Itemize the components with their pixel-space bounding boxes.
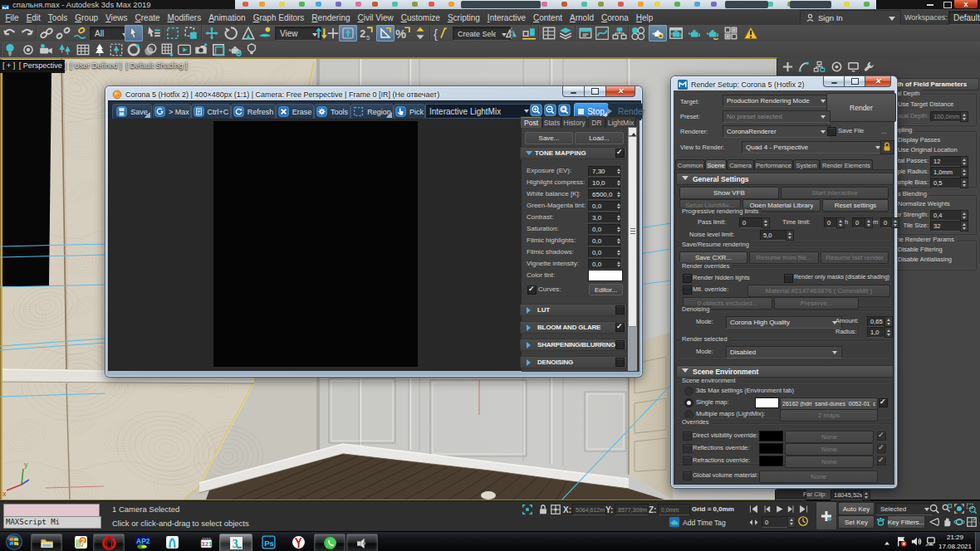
amount-field-spinner[interactable] (884, 316, 893, 327)
refractions-checkbox[interactable] (683, 456, 692, 466)
utilities-tab-icon[interactable] (863, 61, 875, 73)
select-rotate-icon[interactable] (223, 26, 238, 41)
vignette-spinner[interactable] (615, 259, 622, 270)
volume-icon[interactable] (910, 535, 923, 548)
direct-visibility-swatch[interactable] (759, 431, 783, 441)
menu-edit[interactable]: Edit (22, 10, 44, 26)
reflections-checkbox[interactable] (683, 444, 692, 453)
env-map-checkbox[interactable] (879, 398, 888, 407)
menu-scripting[interactable]: Scripting (443, 10, 483, 26)
bloom-glare-section-header[interactable]: BLOOM AND GLARE (520, 321, 627, 334)
start-button[interactable] (5, 533, 23, 551)
reflections-lock-checkbox[interactable] (877, 444, 886, 453)
refractions-lock-checkbox[interactable] (877, 456, 886, 466)
viewport-lock-button[interactable] (880, 140, 894, 154)
camera-add-icon[interactable] (194, 42, 208, 57)
start-interactive-button[interactable]: Start interactive (781, 187, 889, 199)
highlight-compress-spinner[interactable] (615, 178, 622, 188)
spinner-snap-icon[interactable] (413, 26, 428, 41)
time-limit-h-field-spinner[interactable] (836, 217, 845, 228)
snaps-toggle-icon[interactable]: 25 (359, 26, 374, 41)
focal-depth-field-spinner[interactable] (960, 111, 968, 122)
zoom-extents-icon[interactable] (953, 503, 965, 514)
viewport-menu-plus[interactable]: [ + ] (2, 61, 15, 70)
green-magenta-spinner[interactable] (615, 201, 622, 212)
taskbar-clock[interactable]: 21:29 17.08.2021 (937, 533, 973, 551)
menu-interactive[interactable]: Interactive (483, 10, 529, 26)
menu-views[interactable]: Views (102, 10, 132, 26)
create-tab-icon[interactable] (782, 61, 794, 73)
sharpening-checkbox[interactable] (615, 340, 625, 349)
layer-circle-icon[interactable] (143, 42, 158, 57)
render-setup-titlebar[interactable]: Render Setup: Corona 5 (Hotfix 2) (678, 78, 818, 90)
menu-corona[interactable]: Corona (597, 10, 632, 26)
select-move-icon[interactable] (204, 26, 219, 41)
general-settings-rollout[interactable]: General Settings (676, 173, 894, 185)
auto-key-button[interactable]: Auto Key (838, 502, 875, 515)
new-key-button[interactable] (816, 501, 837, 530)
tree-icon[interactable] (92, 42, 107, 57)
taskbar-opera-button[interactable] (93, 534, 125, 551)
global-volume-none-button[interactable]: None (759, 471, 878, 483)
vfb-tab-history[interactable]: History (561, 116, 587, 128)
menu-animation[interactable]: Animation (205, 10, 249, 26)
taskbar-2gis-button[interactable]: 2 (69, 534, 92, 551)
key-mode-button[interactable] (748, 516, 759, 531)
exposure-spinner[interactable] (615, 166, 622, 177)
rect-selection-region-icon[interactable] (165, 26, 180, 41)
show-desktop-button[interactable] (975, 532, 980, 551)
zoom-region-icon[interactable] (966, 503, 978, 514)
vfb-load-preset-button[interactable]: Load... (575, 132, 624, 144)
taskbar-ap2-button[interactable]: AP2 (130, 534, 154, 551)
rendered-frame-window-icon[interactable] (669, 26, 684, 41)
maxscript-listener[interactable]: MAXScript Mi (3, 516, 101, 529)
taskbar-yandex-button[interactable] (287, 534, 310, 551)
reset-settings-button[interactable]: Reset settings (822, 199, 889, 212)
menu-group[interactable]: Group (71, 10, 102, 26)
curves-checkbox[interactable] (527, 285, 537, 295)
select-manipulate-icon[interactable] (257, 26, 272, 41)
selection-set-dropdown[interactable]: Selected (875, 502, 933, 515)
refractions-none-button[interactable]: None (785, 456, 874, 468)
window-crossing-icon[interactable] (184, 26, 198, 41)
fov-icon[interactable] (929, 516, 940, 528)
render-setup-window[interactable]: Render Setup: Corona 5 (Hotfix 2) ✕ Targ… (671, 76, 897, 488)
taskbar-whatsapp-button[interactable] (314, 534, 345, 551)
mtl-override-button[interactable]: Material #2147463876 ( CoronaMtl ) (747, 285, 890, 297)
torus-icon[interactable] (126, 42, 141, 57)
percent-snap-icon[interactable]: % (395, 26, 410, 41)
show-vfb-button[interactable]: Show VFB (679, 187, 779, 199)
vfb-save-preset-button[interactable]: Save... (525, 132, 573, 144)
vfb-tab-stats[interactable]: Stats (542, 116, 561, 128)
bloom-glare-checkbox[interactable] (615, 323, 625, 332)
align-icon[interactable] (522, 26, 537, 41)
saturation-spinner[interactable] (615, 224, 622, 235)
env-maps-button[interactable]: 2 maps (780, 409, 878, 422)
taskbar-mpc-button[interactable]: 321 (194, 534, 218, 551)
curve-editor-icon[interactable] (595, 26, 610, 41)
pan-icon[interactable] (941, 516, 953, 528)
menu-graph-editors[interactable]: Graph Editors (249, 10, 308, 26)
video-play-icon[interactable] (177, 42, 192, 57)
reflections-swatch[interactable] (759, 443, 783, 454)
unlink-icon[interactable] (56, 26, 71, 41)
lut-section-header[interactable]: LUT (520, 304, 627, 316)
viewport-menu-user[interactable]: [ User Defined ] (70, 61, 122, 70)
workspaces-dropdown[interactable]: Default (948, 11, 980, 25)
save-file-browse[interactable]: ... (881, 128, 886, 135)
direct-visibility-none-button[interactable]: None (785, 431, 874, 443)
maximize-viewport-icon[interactable] (966, 516, 978, 528)
forest-pack-icon[interactable] (57, 42, 72, 57)
grid-add-icon[interactable] (160, 42, 175, 57)
color-tint-swatch[interactable] (588, 270, 623, 281)
select-object-button[interactable] (125, 25, 143, 41)
action-center-icon[interactable] (895, 535, 908, 548)
app-minimize-button[interactable] (924, 2, 937, 7)
zoom-all-icon[interactable] (941, 503, 953, 514)
tray-expand-icon[interactable] (882, 537, 892, 547)
filmic-highlights-spinner[interactable] (615, 236, 622, 246)
select-link-icon[interactable] (39, 26, 54, 41)
sharpening-section-header[interactable]: SHARPENING/BLURRING (520, 339, 627, 351)
corona-camera-icon[interactable] (39, 42, 54, 57)
taskbar-speaker-button[interactable] (346, 534, 378, 551)
